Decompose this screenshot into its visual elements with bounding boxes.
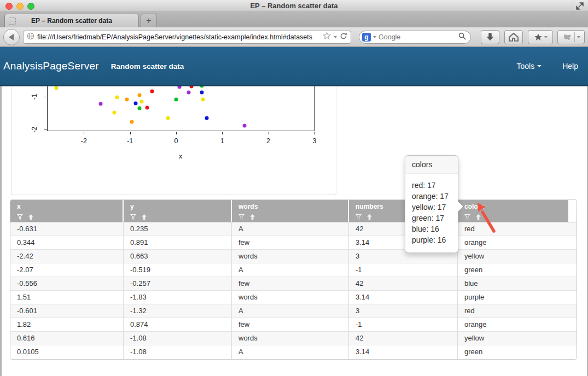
x-axis-title: x (179, 152, 182, 160)
browser-window: EP – Random scatter data EP – Random sca… (0, 0, 588, 376)
tools-menu[interactable]: Tools (517, 62, 542, 70)
new-tab-button[interactable]: + (141, 14, 157, 27)
scatter-point-green[interactable] (138, 107, 142, 110)
table-cell: 0.0105 (10, 345, 124, 359)
scatter-plot-panel: x -2-10123-1-2 (11, 86, 336, 195)
popover-count-line: purple: 16 (412, 234, 451, 245)
bookmark-star-icon[interactable] (323, 32, 331, 42)
help-link[interactable]: Help (562, 62, 578, 70)
table-row[interactable]: 0.0105-1.08A3.14green (10, 345, 577, 359)
column-header-label: words (238, 203, 348, 210)
popover-count-line: orange: 17 (412, 191, 451, 202)
table-row[interactable]: -2.420.663words3yellow (10, 250, 577, 263)
table-row[interactable]: 1.820.874few-1orange (10, 318, 577, 332)
table-cell: -1.08 (124, 332, 232, 345)
reload-icon[interactable] (340, 32, 347, 42)
table-row[interactable]: -2.07-0.519A-1green (10, 263, 577, 277)
column-header-icons (17, 213, 123, 222)
table-cell: A (232, 263, 349, 277)
table-row[interactable]: 1.51-1.83words3.14purple (10, 291, 577, 304)
table-cell: A (232, 304, 349, 318)
scatter-point-orange[interactable] (138, 93, 142, 97)
filter-icon[interactable] (130, 213, 136, 222)
popover-count-line: red: 17 (412, 180, 451, 191)
table-cell: words (232, 250, 349, 263)
table-row[interactable]: 0.3440.891few3.14orange (10, 236, 577, 250)
table-row[interactable]: -0.556-0.257few42blue (10, 277, 577, 291)
sort-icon[interactable] (141, 213, 147, 222)
google-engine-icon[interactable]: g (362, 33, 371, 42)
column-header-x[interactable]: x (10, 200, 124, 222)
scatter-point-red[interactable] (145, 105, 149, 109)
table-cell: -1.32 (124, 304, 232, 318)
scatter-point-purple[interactable] (242, 124, 246, 127)
table-cell: -0.631 (10, 222, 124, 236)
scatter-point-yellow[interactable] (201, 97, 205, 101)
zoom-window-button[interactable] (27, 3, 34, 10)
filter-icon[interactable] (238, 213, 244, 222)
addon-split-button[interactable] (557, 30, 585, 44)
table-cell: blue (458, 277, 569, 290)
scatter-point-purple[interactable] (98, 102, 102, 106)
home-button[interactable] (504, 30, 523, 44)
column-header-y[interactable]: y (124, 200, 232, 222)
scatter-point-green[interactable] (174, 97, 178, 101)
search-input[interactable] (379, 33, 456, 41)
table-cell: orange (458, 236, 569, 249)
x-tick-label: 0 (174, 137, 178, 145)
bookmarks-menu-button[interactable] (528, 30, 553, 44)
addon-dropdown-icon[interactable] (577, 36, 580, 38)
search-engine-dropdown-icon[interactable] (373, 36, 376, 38)
x-tick-mark (176, 132, 177, 134)
table-cell: 3.14 (349, 291, 458, 304)
y-tick-mark (44, 130, 47, 130)
scatter-point-yellow[interactable] (139, 100, 143, 104)
scatter-point-blue[interactable] (200, 91, 204, 95)
nav-page-title[interactable]: Random scatter data (111, 62, 184, 70)
fullscreen-icon[interactable] (576, 2, 584, 12)
table-row[interactable]: -0.601-1.32A3red (10, 304, 577, 318)
downloads-button[interactable] (481, 30, 499, 44)
scatter-point-purple[interactable] (187, 91, 190, 95)
globe-icon (27, 32, 34, 42)
minimize-window-button[interactable] (16, 3, 24, 10)
tab-ep-random-scatter-data[interactable]: EP – Random scatter data (4, 14, 139, 27)
back-button[interactable] (3, 29, 20, 45)
browser-toolbar: g (0, 27, 588, 47)
x-tick-label: -2 (81, 137, 87, 145)
sort-icon[interactable] (28, 213, 34, 222)
table-cell: 0.235 (124, 222, 232, 236)
scatter-point-yellow[interactable] (113, 110, 117, 114)
table-cell: 3.14 (349, 345, 458, 359)
scatter-point-orange[interactable] (130, 120, 134, 124)
scatter-point-red[interactable] (150, 89, 154, 93)
tab-bar: EP – Random scatter data + (0, 12, 588, 27)
column-header-label: x (17, 203, 123, 210)
table-row[interactable]: 0.616-1.08words42yellow (10, 332, 577, 345)
search-bar[interactable]: g (359, 31, 471, 44)
scatter-point-blue[interactable] (205, 116, 208, 120)
url-input[interactable] (37, 33, 320, 41)
scatter-point-yellow[interactable] (166, 116, 170, 120)
column-header-words[interactable]: words (232, 200, 349, 222)
url-dropdown-icon[interactable] (334, 36, 337, 38)
close-window-button[interactable] (5, 3, 13, 10)
filter-icon[interactable] (17, 213, 23, 222)
address-bar[interactable] (23, 31, 351, 44)
brand-title[interactable]: AnalysisPageServer (3, 60, 99, 72)
table-cell: orange (458, 318, 569, 331)
table-cell: few (232, 318, 349, 331)
sort-icon[interactable] (366, 213, 372, 222)
scatter-point-yellow[interactable] (115, 96, 119, 99)
table-cell: -0.519 (124, 263, 232, 277)
y-tick-label: -1 (31, 94, 38, 100)
table-cell: -2.07 (10, 263, 124, 277)
scatter-point-orange[interactable] (125, 97, 129, 101)
tab-title: EP – Random scatter data (31, 17, 112, 25)
scatter-point-blue[interactable] (133, 102, 137, 105)
popover-count-line: yellow: 17 (412, 202, 451, 213)
sort-icon[interactable] (249, 213, 255, 222)
filter-icon[interactable] (356, 213, 362, 222)
scatter-plot[interactable]: x -2-10123-1-2 (11, 86, 336, 195)
plot-axis-box (47, 86, 315, 131)
